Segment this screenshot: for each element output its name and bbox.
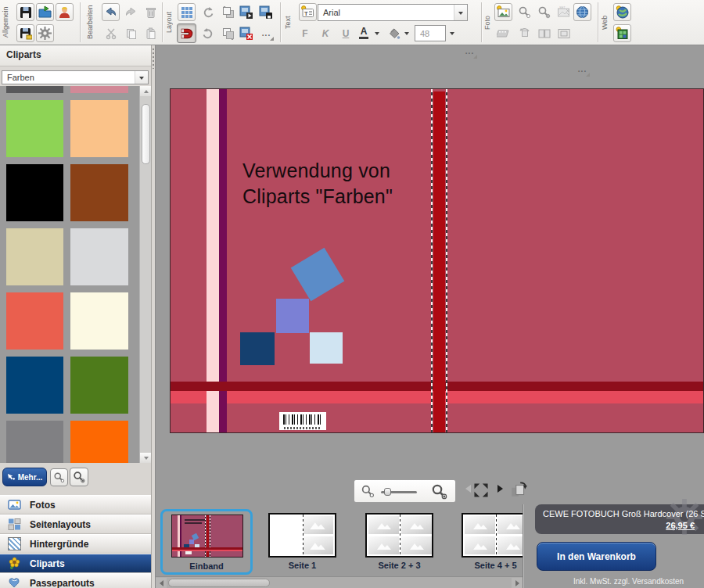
color-swatch[interactable] (70, 292, 128, 350)
color-swatch[interactable] (70, 357, 128, 414)
more-text-icon[interactable]: ... (461, 42, 479, 60)
scroll-down-icon[interactable] (140, 453, 151, 463)
clipart-square-blue[interactable] (291, 248, 345, 302)
delete-icon[interactable] (142, 3, 160, 21)
web-gallery-icon[interactable] (613, 24, 631, 42)
redo-icon[interactable] (122, 3, 140, 21)
product-price-link[interactable]: 26,95 € (666, 521, 695, 530)
web-globe-icon[interactable] (613, 3, 631, 21)
italic-button[interactable]: K (318, 24, 333, 42)
send-backward-icon[interactable] (219, 24, 237, 42)
color-swatch[interactable] (6, 86, 63, 93)
avatar-icon[interactable] (56, 3, 74, 21)
color-swatch[interactable] (6, 292, 63, 350)
scroll-right-icon[interactable] (512, 578, 523, 588)
font-size-select[interactable]: 48 (415, 25, 446, 41)
frame-icon[interactable] (555, 24, 573, 42)
scroll-up-icon[interactable] (140, 86, 151, 96)
clipart-square-navy[interactable] (240, 332, 275, 365)
chevron-down-icon[interactable] (454, 5, 467, 20)
copy-icon[interactable] (122, 24, 140, 42)
rotate-right-icon[interactable] (199, 24, 217, 42)
book-cover-page[interactable]: Verwendung von Cliparts "Farben" (170, 88, 704, 433)
image-delete-icon[interactable] (237, 24, 255, 42)
split-view-icon[interactable] (535, 24, 553, 42)
save-icon[interactable] (16, 3, 34, 21)
more-cliparts-label: Mehr... (18, 473, 43, 482)
clipart-zoom-out-button[interactable] (50, 468, 68, 486)
scrollbar-thumb[interactable] (142, 104, 150, 164)
color-swatch[interactable] (6, 357, 63, 414)
zoom-slider-handle[interactable] (384, 488, 391, 496)
color-swatch[interactable] (6, 100, 63, 157)
zoom-in-photo-icon[interactable] (535, 3, 553, 21)
sidebar-item-fotos[interactable]: Fotos (0, 495, 151, 514)
font-size-dropdown-icon[interactable] (447, 24, 458, 42)
grid-icon[interactable] (178, 3, 196, 21)
image-forward-icon[interactable] (237, 3, 255, 21)
thumbnail-seite-1[interactable] (268, 513, 336, 558)
cover-title-text[interactable]: Verwendung von Cliparts "Farben" (242, 158, 393, 210)
color-swatch[interactable] (6, 164, 63, 221)
thumbnail-scrollbar[interactable] (156, 576, 523, 588)
sidebar-item-hintergruende[interactable]: Hintergründe (0, 534, 151, 554)
text-settings-icon[interactable]: T (299, 3, 317, 21)
rotate-page-icon[interactable] (510, 480, 527, 499)
clipart-zoom-in-button[interactable] (70, 468, 88, 486)
color-swatch[interactable] (6, 228, 63, 285)
thumbnail-einband[interactable]: Einband (160, 509, 253, 575)
thumbnail-seite-2-3[interactable] (365, 513, 433, 558)
undo-icon[interactable] (102, 3, 120, 21)
color-swatch[interactable] (70, 100, 128, 157)
cut-icon[interactable] (102, 24, 120, 42)
globe-icon[interactable] (573, 3, 591, 21)
zoom-out-photo-icon[interactable] (515, 3, 533, 21)
bold-button[interactable]: F (297, 24, 313, 42)
font-size-value: 48 (415, 29, 445, 38)
more-cliparts-button[interactable]: Mehr... (2, 468, 47, 486)
color-swatch[interactable] (70, 164, 128, 221)
open-project-icon[interactable] (36, 3, 54, 21)
scrollbar-thumb[interactable] (168, 579, 270, 587)
add-photo-icon[interactable] (494, 3, 512, 21)
rotate-left-icon[interactable] (199, 3, 217, 21)
font-color-icon[interactable]: A (356, 24, 372, 42)
swatch-scrollbar[interactable] (139, 86, 151, 463)
sidebar-item-seitenlayouts[interactable]: Seitenlayouts (0, 514, 151, 534)
snap-magnet-icon[interactable] (177, 23, 196, 43)
panel-splitter[interactable] (151, 45, 156, 588)
underline-button[interactable]: U (338, 24, 354, 42)
thumbnail-seite-4-5[interactable] (462, 513, 523, 558)
add-to-cart-button[interactable]: In den Warenkorb (537, 542, 656, 571)
clipart-category-select[interactable]: Farben (2, 70, 149, 84)
scroll-left-icon[interactable] (156, 578, 167, 588)
font-family-select[interactable]: Arial (318, 4, 468, 21)
paste-icon[interactable] (142, 24, 160, 42)
color-swatch[interactable] (6, 421, 63, 463)
film-icon[interactable] (494, 24, 512, 42)
rotate-photo-icon[interactable] (515, 24, 533, 42)
more-foto-icon[interactable]: ... (573, 60, 591, 78)
zoom-out-icon[interactable] (361, 484, 375, 498)
sidebar-item-cliparts[interactable]: Cliparts (0, 554, 151, 573)
fit-to-screen-icon[interactable] (472, 482, 490, 499)
font-color-dropdown-icon[interactable] (372, 24, 383, 42)
clipart-square-lightblue[interactable] (310, 332, 343, 364)
color-swatch[interactable] (70, 86, 128, 93)
color-swatch[interactable] (70, 421, 128, 463)
save-as-icon[interactable] (16, 24, 34, 42)
image-save-icon[interactable] (257, 3, 275, 21)
next-page-icon[interactable] (497, 485, 507, 493)
previous-page-icon[interactable] (462, 485, 471, 493)
sidebar-item-passepartouts[interactable]: Passepartouts (0, 573, 151, 588)
fill-color-icon[interactable] (386, 24, 402, 42)
clipart-square-periwinkle[interactable] (276, 299, 309, 333)
more-layout-icon[interactable]: ... (257, 24, 275, 42)
zoom-in-icon[interactable] (431, 483, 447, 500)
chevron-down-icon[interactable] (135, 71, 148, 84)
bring-forward-icon[interactable] (219, 3, 237, 21)
fill-color-dropdown-icon[interactable] (401, 24, 412, 42)
effects-icon[interactable]: SET (555, 3, 573, 21)
color-swatch[interactable] (70, 228, 128, 285)
settings-icon[interactable] (36, 24, 54, 42)
